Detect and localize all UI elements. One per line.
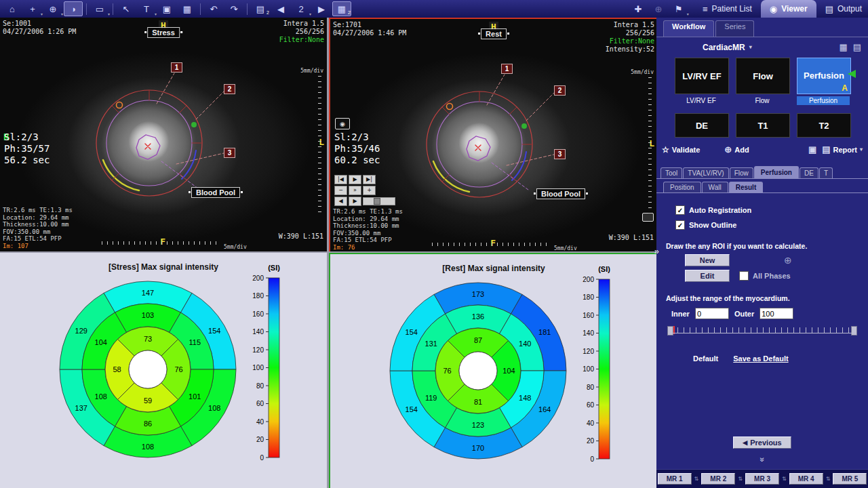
toolbar-separator	[247, 3, 248, 15]
mr-button-5[interactable]: MR 5	[833, 473, 867, 485]
tool-tab-tool[interactable]: Tool	[660, 167, 682, 178]
scale-ruler-vertical	[318, 76, 321, 217]
svg-text:108: 108	[208, 404, 220, 412]
copy-icon[interactable]: ▣	[808, 144, 816, 155]
blood-pool-annotation[interactable]: Blood Pool	[191, 187, 240, 198]
phase-number-value[interactable]: 2▾	[292, 1, 311, 16]
series-stack-icon[interactable]: ▤	[853, 42, 861, 52]
show-outline-checkbox[interactable]: ✓ Show Outline	[675, 220, 859, 230]
cine-next-frame-button[interactable]: ▶	[349, 197, 361, 206]
add-annotation-icon[interactable]: ✚	[629, 1, 648, 16]
top-tab-output[interactable]: ▤Output	[816, 0, 868, 18]
snapshot-camera-icon[interactable]: ◉	[335, 118, 350, 129]
tool-tab-tva-lv-rv-[interactable]: TVA(LV/RV)	[683, 167, 728, 178]
edit-roi-button[interactable]: Edit	[685, 270, 730, 282]
roi-marker-3[interactable]: 3	[224, 148, 235, 158]
film-icon[interactable]: ▦	[178, 1, 197, 16]
measure-icon[interactable]: ▭▾	[90, 1, 109, 16]
redo-icon[interactable]: ↷	[224, 1, 243, 16]
procedure-perfusion-button[interactable]: Perfusion A	[797, 58, 851, 94]
inner-range-input[interactable]	[695, 308, 729, 319]
svg-text:170: 170	[472, 444, 484, 452]
procedure-perfusion-label: Perfusion	[797, 96, 850, 105]
cine-slower-button[interactable]: −	[334, 186, 347, 195]
subtab-result[interactable]: Result	[729, 182, 764, 192]
new-roi-button[interactable]: New	[685, 254, 730, 266]
top-tab-patient-list[interactable]: ≡Patient List	[694, 0, 761, 18]
tool-tab-de[interactable]: DE	[800, 167, 818, 178]
stamp-icon[interactable]: ▣	[157, 1, 176, 16]
svg-text:160: 160	[252, 310, 264, 318]
workflow-procedure-select[interactable]: CardiacMR ▾	[703, 43, 752, 52]
zoom-icon[interactable]: ⊕▾	[43, 1, 62, 16]
add-roi-icon[interactable]: ⊕	[784, 255, 792, 266]
mr-button-1[interactable]: MR 1	[658, 473, 692, 485]
star-icon: ☆	[662, 145, 669, 155]
next-phase-icon[interactable]: ▶	[312, 1, 331, 16]
procedure-lvrv-ef-button[interactable]: LV/RV EF	[675, 58, 729, 94]
slider-handle-left[interactable]	[667, 326, 673, 336]
viewport-stress[interactable]: Se:1001 04/27/2006 1:26 PM Intera 1.5 25…	[0, 18, 327, 251]
home-icon[interactable]: ⌂	[3, 1, 22, 16]
cine-faster-button[interactable]: +	[363, 186, 376, 195]
undo-icon[interactable]: ↶	[204, 1, 223, 16]
pointer-icon[interactable]: ↖	[117, 1, 136, 16]
stress-annotation[interactable]: Stress	[147, 27, 180, 38]
procedure-flow-button[interactable]: Flow	[736, 58, 790, 94]
viewport-rest-selected[interactable]: Se:1701 04/27/2006 1:46 PM Intera 1.5 25…	[329, 18, 658, 254]
slider-handle-right[interactable]	[851, 326, 857, 336]
procedure-t2-button[interactable]: T2	[797, 113, 851, 138]
roi-marker-1[interactable]: 1	[501, 64, 513, 74]
auto-registration-checkbox[interactable]: ✓ Auto Registration	[675, 205, 859, 215]
save-as-default-link[interactable]: Save as Default	[733, 354, 788, 363]
cine-position-slider[interactable]	[363, 197, 395, 205]
all-phases-checkbox[interactable]: All Phases	[739, 271, 791, 281]
outer-range-input[interactable]	[760, 308, 793, 319]
svg-text:87: 87	[474, 336, 482, 344]
cine-prev-frame-button[interactable]: ◀	[334, 197, 347, 206]
tool-tab-flow[interactable]: Flow	[730, 167, 753, 178]
cine-play-button[interactable]: ▶	[349, 175, 361, 184]
add-button[interactable]: ⊕ Add	[724, 144, 749, 155]
cine-slider-thumb[interactable]	[374, 198, 380, 205]
pin-icon[interactable]: ⚑▾	[669, 1, 688, 16]
tool-tab-perfusion[interactable]: Perfusion	[754, 166, 799, 178]
procedure-t1-button[interactable]: T1	[736, 113, 790, 138]
grid-layout-icon[interactable]: ▦	[839, 42, 847, 52]
roi-marker-1[interactable]: 1	[171, 62, 182, 73]
text-annotation-icon[interactable]: T▾	[137, 1, 156, 16]
prev-phase-icon[interactable]: ◀	[271, 1, 290, 16]
subtab-position[interactable]: Position	[663, 182, 701, 192]
top-tab-viewer[interactable]: ◉Viewer	[761, 0, 816, 18]
page-icon[interactable]: ▤2	[251, 1, 270, 16]
roi-marker-3[interactable]: 3	[554, 149, 566, 159]
procedure-de-button[interactable]: DE	[675, 113, 729, 138]
magnifier-icon[interactable]: ⊕	[649, 1, 668, 16]
check-icon: ✓	[677, 207, 683, 214]
cine-step-forward-button[interactable]: ▶|	[363, 175, 376, 184]
roi-marker-2[interactable]: 2	[224, 84, 235, 94]
myocardium-range-slider[interactable]	[669, 326, 856, 336]
report-button[interactable]: ▤ Report ▾	[822, 144, 863, 155]
tool-tab-t[interactable]: T	[819, 167, 833, 178]
window-level-icon[interactable]: ◑	[64, 1, 83, 16]
mr-button-2[interactable]: MR 2	[701, 473, 735, 485]
roi-marker-2[interactable]: 2	[554, 85, 566, 96]
mr-button-4[interactable]: MR 4	[789, 473, 823, 485]
layout-icon[interactable]: ▦2	[332, 1, 351, 16]
blood-pool-annotation[interactable]: Blood Pool	[536, 188, 585, 199]
validate-button[interactable]: ☆ Validate	[662, 145, 700, 155]
subtab-wall[interactable]: Wall	[702, 182, 728, 192]
previous-button[interactable]: ◀ Previous	[733, 436, 791, 449]
pan-icon[interactable]: +▾	[23, 1, 42, 16]
mr-button-3[interactable]: MR 3	[745, 473, 779, 485]
expand-down-icon[interactable]: »	[656, 453, 868, 465]
cine-step-back-button[interactable]: |◀	[334, 175, 347, 184]
rest-annotation[interactable]: Rest	[481, 28, 507, 39]
tab-series[interactable]: Series	[715, 20, 754, 37]
series-info: Se:1701 04/27/2006 1:46 PM	[333, 21, 406, 37]
cine-speed-button[interactable]: »	[349, 186, 361, 195]
collapse-panel-icon[interactable]: »	[654, 247, 659, 256]
svg-text:100: 100	[583, 365, 594, 373]
tab-workflow[interactable]: Workflow	[663, 20, 714, 37]
